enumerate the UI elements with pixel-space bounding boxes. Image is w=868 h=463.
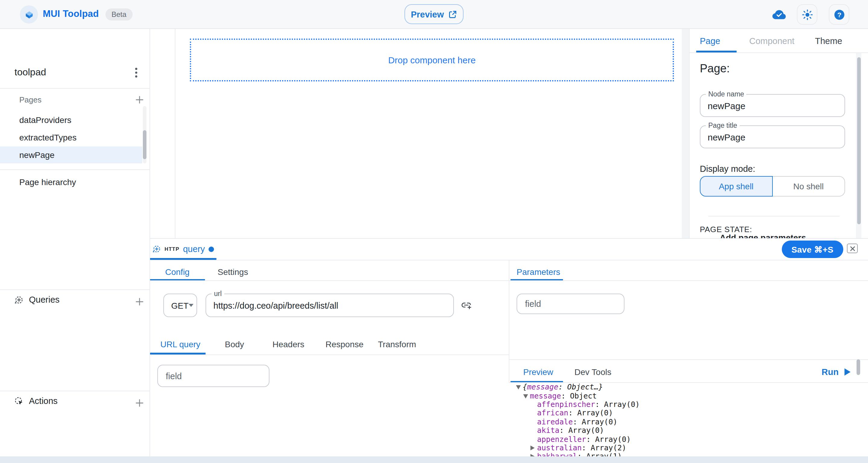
url-field[interactable]: url <box>206 294 454 317</box>
explorer-sidebar: toolpad Pages dataProviders extractedTyp… <box>0 29 150 463</box>
parameters-input[interactable] <box>517 294 624 313</box>
page-item-label: dataProviders <box>19 115 71 125</box>
tab-component[interactable]: Component <box>749 31 795 51</box>
tab-preview[interactable]: Preview <box>523 363 553 381</box>
tab-transform[interactable]: Transform <box>378 336 416 352</box>
tree-key: affenpinscher <box>537 400 595 409</box>
tab-theme[interactable]: Theme <box>815 31 842 51</box>
svg-text:?: ? <box>837 10 841 19</box>
project-name: toolpad <box>14 67 46 78</box>
cloud-check-icon <box>772 9 786 20</box>
add-page-parameters-button[interactable]: Add page parameters <box>720 233 852 238</box>
tab-dev-tools[interactable]: Dev Tools <box>575 363 611 381</box>
tree-row: {message: Object…} <box>509 383 868 392</box>
page-title-input[interactable] <box>701 126 844 148</box>
inspector-scrollbar-thumb[interactable] <box>857 57 861 224</box>
node-name-label: Node name <box>706 90 747 98</box>
json-tree: {message: Object…}message: Objectaffenpi… <box>509 383 868 463</box>
page-item-newpage[interactable]: newPage <box>0 147 142 163</box>
node-name-input[interactable] <box>701 95 844 116</box>
page-item-dataproviders[interactable]: dataProviders <box>0 112 142 128</box>
bind-url-button[interactable] <box>460 299 472 311</box>
parameters-field[interactable] <box>517 294 624 314</box>
unsaved-indicator-dot <box>209 246 214 252</box>
tree-row: akita: Array(0) <box>509 426 868 435</box>
tab-settings[interactable]: Settings <box>218 264 248 280</box>
save-button[interactable]: Save ⌘+S <box>782 241 843 258</box>
inspector-heading: Page: <box>700 62 730 75</box>
tree-row: message: Object <box>509 392 868 400</box>
page-hierarchy-label: Page hierarchy <box>19 177 76 187</box>
actions-icon <box>14 396 24 405</box>
query-tab-name: query <box>183 244 205 254</box>
toggle-no-shell[interactable]: No shell <box>772 176 845 196</box>
add-query-button[interactable] <box>133 295 146 308</box>
drop-zone[interactable]: Drop component here <box>190 38 674 82</box>
display-mode-toggle: App shell No shell <box>700 176 845 196</box>
tree-row: african: Array(0) <box>509 409 868 418</box>
tab-url-query[interactable]: URL query <box>160 336 200 352</box>
horizontal-scrollbar-track[interactable] <box>0 456 868 463</box>
plus-icon <box>135 298 143 305</box>
tab-page[interactable]: Page <box>700 31 720 51</box>
page-hierarchy-item[interactable]: Page hierarchy <box>0 174 142 190</box>
sync-status-icon <box>772 9 786 22</box>
tab-parameters[interactable]: Parameters <box>517 264 560 280</box>
node-name-field[interactable]: Node name <box>700 94 845 117</box>
page-title-label: Page title <box>706 122 740 129</box>
plus-icon <box>135 96 143 103</box>
close-panel-button[interactable] <box>847 244 858 253</box>
tree-row: appenzeller: Array(0) <box>509 435 868 444</box>
add-action-button[interactable] <box>133 396 146 409</box>
tree-brace: { <box>523 383 527 391</box>
tree-toggle-icon[interactable] <box>523 392 530 400</box>
preview-scrollbar-thumb[interactable] <box>857 359 860 375</box>
pages-section-label: Pages <box>19 95 41 104</box>
help-button[interactable]: ? <box>829 4 849 25</box>
url-input[interactable] <box>206 294 453 316</box>
component-library-panel[interactable]: Component library <box>150 29 176 238</box>
project-menu-button[interactable] <box>130 65 143 80</box>
toggle-app-shell[interactable]: App shell <box>700 176 772 196</box>
divider <box>0 391 150 391</box>
tree-value: : Array(0) <box>595 400 640 409</box>
queries-section-header[interactable]: Queries <box>14 295 60 304</box>
url-query-input[interactable] <box>158 365 269 387</box>
preview-button[interactable]: Preview <box>404 4 464 24</box>
link-plus-icon <box>461 301 471 310</box>
http-method-select[interactable]: GET <box>163 294 197 317</box>
theme-toggle-button[interactable] <box>797 4 817 25</box>
page-title-field[interactable]: Page title <box>700 125 845 148</box>
add-page-parameters-label: Add page parameters <box>720 233 806 238</box>
run-button[interactable]: Run <box>822 363 850 381</box>
tree-toggle-icon[interactable] <box>516 383 523 391</box>
tree-toggle-icon[interactable] <box>530 444 537 452</box>
query-tab[interactable]: HTTP query <box>153 241 214 257</box>
tree-value: : Array(0) <box>572 418 617 426</box>
page-canvas: Drop component here <box>176 29 682 238</box>
play-icon <box>844 368 850 376</box>
save-button-label: Save ⌘+S <box>792 244 833 254</box>
tree-key: message <box>530 392 561 400</box>
tree-key: australian <box>537 444 582 452</box>
tab-response[interactable]: Response <box>326 336 364 352</box>
help-icon: ? <box>833 9 845 20</box>
page-item-extractedtypes[interactable]: extractedTypes <box>0 129 142 146</box>
url-query-field[interactable] <box>157 365 270 387</box>
http-query-icon <box>153 245 161 253</box>
tab-headers[interactable]: Headers <box>273 336 304 352</box>
add-page-button[interactable] <box>133 93 146 106</box>
pages-scrollbar-thumb[interactable] <box>143 130 147 159</box>
actions-section-header[interactable]: Actions <box>14 396 58 406</box>
tab-config[interactable]: Config <box>165 264 190 280</box>
tree-key: akita <box>537 426 559 435</box>
toggle-app-shell-label: App shell <box>719 182 753 191</box>
query-editor-panel: HTTP query Save ⌘+S Config Settings Para… <box>150 238 868 463</box>
tab-body[interactable]: Body <box>225 336 244 352</box>
divider <box>708 216 840 216</box>
divider <box>509 359 868 360</box>
close-icon <box>849 246 855 251</box>
actions-label: Actions <box>29 396 58 406</box>
tree-value: : Object <box>561 392 597 400</box>
tree-value: : Array(0) <box>559 426 604 435</box>
